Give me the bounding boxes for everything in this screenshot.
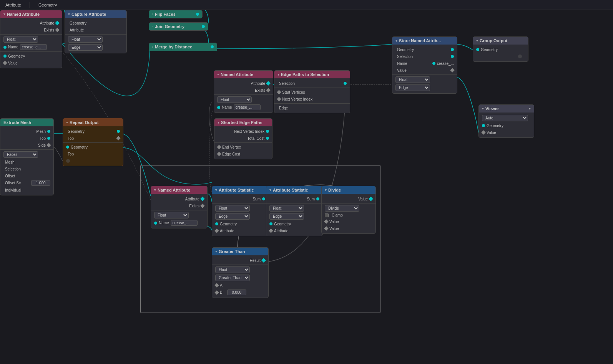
socket-geo-in [66, 146, 69, 149]
socket-result [261, 258, 266, 262]
socket-out [211, 45, 214, 48]
node-repeat-output: ▾ Repeat Output Geometry Top Geometry To… [63, 118, 123, 166]
type-select[interactable]: Float [3, 36, 38, 43]
node-header: ▾ Divide [322, 186, 375, 194]
type-select[interactable]: Float [269, 205, 304, 212]
node-merge-by-distance: › Merge by Distance [149, 43, 217, 51]
socket-geo [476, 48, 479, 51]
node-greater-than: ▾ Greater Than Result Float Greater Than… [212, 247, 269, 298]
node-extrude-mesh: Extrude Mesh Mesh Top Side Faces Mesh Se… [0, 118, 54, 195]
socket-name-in [3, 46, 7, 49]
mode-select[interactable]: Faces [3, 151, 38, 158]
socket-val-out [369, 197, 373, 201]
domain-select[interactable]: Edge [269, 213, 304, 220]
socket-next [277, 97, 281, 101]
socket-b [214, 290, 219, 295]
type-select[interactable]: Float [215, 205, 250, 212]
menu-divider [30, 2, 30, 8]
node-header: ▾ Group Output [473, 37, 528, 45]
node-header: › Join Geometry [149, 23, 208, 30]
socket-attr [266, 81, 270, 85]
socket-next [266, 130, 269, 133]
socket-mesh [47, 130, 50, 133]
socket-side [47, 143, 51, 147]
socket-attr [269, 228, 273, 233]
socket-start [277, 90, 281, 94]
node-header: ▾ Edge Paths to Selection [274, 71, 350, 78]
menu-attribute[interactable]: Attribute [3, 2, 23, 8]
clamp-checkbox[interactable] [325, 213, 329, 217]
socket-out [196, 13, 199, 16]
socket-geo [482, 124, 485, 127]
socket-a [214, 283, 219, 287]
type-select[interactable]: Float [395, 76, 430, 83]
node-join-geometry: › Join Geometry [149, 22, 208, 31]
socket-top [47, 137, 50, 140]
socket-exists-out [55, 28, 59, 32]
node-flip-faces: › Flip Faces [149, 10, 203, 18]
socket-geo-out [117, 130, 120, 133]
socket-selection-in [344, 82, 347, 85]
node-header: Extrude Mesh [0, 119, 53, 126]
menu-bar: Attribute Geometry [0, 0, 613, 10]
node-edge-paths-to-selection: ▾ Edge Paths to Selection Selection Star… [274, 70, 350, 113]
node-shortest-edge-paths: ▾ Shortest Edge Paths Next Vertex Index … [214, 118, 272, 159]
socket-exists [200, 204, 204, 208]
node-attribute-statistic-1: ▾ Attribute Statistic Sum Float Edge Geo… [212, 186, 269, 236]
socket-a [324, 219, 328, 223]
node-named-attribute-top-left: ▾ Named Attribute Attribute Exists Float… [0, 10, 62, 68]
node-named-attribute-mid: ▾ Named Attribute Attribute Exists Float… [214, 70, 273, 113]
node-header: › Merge by Distance [149, 43, 217, 51]
op-select[interactable]: Divide [325, 205, 359, 212]
socket-attribute-out [55, 21, 59, 25]
socket-geo [269, 222, 272, 225]
node-named-attribute-bottom: ▾ Named Attribute Attribute Exists Float… [151, 186, 208, 228]
type-select[interactable]: Auto [482, 115, 528, 121]
socket-out [202, 25, 205, 28]
node-attribute-statistic-2: ▾ Attribute Statistic Sum Float Edge Geo… [266, 186, 323, 236]
op-select[interactable]: Greater Than [215, 275, 250, 281]
domain-select[interactable]: Edge [395, 84, 430, 91]
node-header: ▾ Repeat Output [63, 119, 123, 126]
socket-sel-out [451, 55, 454, 58]
domain-select[interactable]: Edge [68, 44, 103, 51]
domain-select[interactable]: Edge [215, 213, 250, 220]
socket-edge-cost [217, 152, 221, 156]
node-header: ▾ Capture Attribute [65, 10, 126, 18]
socket-name [217, 106, 220, 109]
name-input[interactable] [234, 104, 261, 110]
socket-val [481, 130, 485, 134]
node-header: ▾ Store Named Attrib... [392, 37, 457, 45]
name-input[interactable] [20, 44, 47, 50]
socket-name-out [432, 62, 435, 65]
socket-val-out [450, 68, 454, 72]
node-viewer: ▾ Viewer ▾ Auto Geometry Value [478, 104, 534, 138]
node-capture-attribute: ▾ Capture Attribute Geometry Attribute F… [65, 10, 127, 53]
socket-end [217, 145, 221, 149]
socket-geo [215, 222, 218, 225]
node-header: ▾ Viewer ▾ [479, 105, 534, 113]
type-select[interactable]: Float [68, 36, 103, 43]
type-select[interactable]: Float [217, 96, 252, 103]
node-header: ▾ Named Attribute [214, 71, 273, 78]
node-header: › Flip Faces [149, 10, 202, 18]
socket-exists [266, 88, 270, 92]
node-group-output: ▾ Group Output Geometry [473, 36, 528, 62]
node-divide: ▾ Divide Value Divide Clamp Value Value [321, 186, 376, 234]
socket-top-out [116, 136, 120, 140]
socket-sum [262, 197, 265, 200]
type-select[interactable]: Float [215, 266, 250, 273]
node-header: ▾ Shortest Edge Paths [214, 119, 272, 126]
node-store-named-attribute: ▾ Store Named Attrib... Geometry Selecti… [392, 36, 457, 94]
node-header: ▾ Attribute Statistic [266, 186, 322, 194]
node-header: ▾ Attribute Statistic [212, 186, 268, 194]
node-header: ▾ Named Attribute [0, 10, 62, 18]
socket-b [324, 226, 328, 230]
socket-name [154, 222, 157, 225]
socket-value-out [3, 61, 7, 65]
node-header: ▾ Greater Than [212, 248, 268, 255]
name-input[interactable] [171, 220, 198, 226]
type-select[interactable]: Float [154, 212, 189, 218]
menu-geometry[interactable]: Geometry [36, 2, 59, 8]
socket-geometry-out [3, 55, 7, 58]
